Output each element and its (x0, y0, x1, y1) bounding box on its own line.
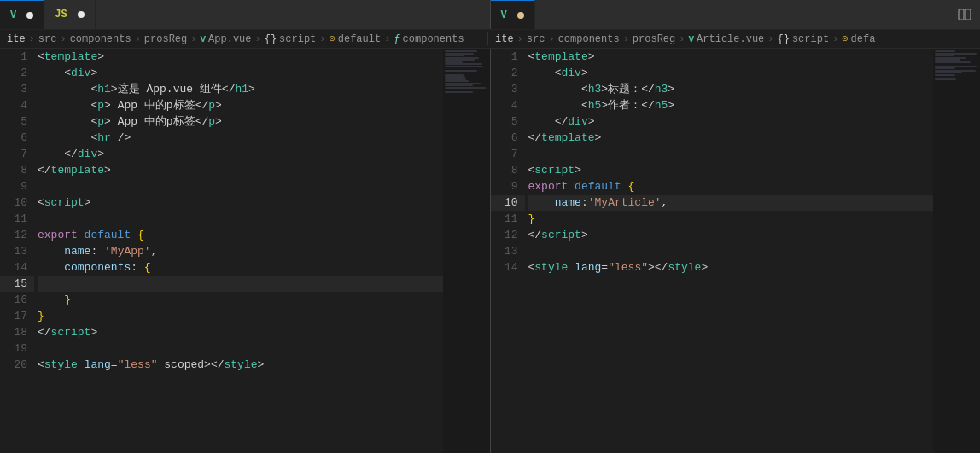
code-line[interactable]: name: 'MyApp', (38, 243, 443, 259)
bc-sep: › (29, 33, 35, 45)
code-line[interactable]: } (528, 211, 934, 227)
bc-sep: › (767, 33, 773, 45)
bc-sep: › (60, 33, 66, 45)
code-line[interactable]: export default { (38, 227, 443, 243)
code-line[interactable]: } (38, 308, 443, 324)
tab-more-button[interactable] (96, 0, 113, 29)
bc-func-icon: ƒ (394, 33, 400, 45)
code-line[interactable]: <h1>这是 App.vue 组件</h1> (38, 81, 443, 97)
tab-main-js[interactable]: JS (44, 0, 95, 29)
vue-icon: V (501, 9, 507, 21)
code-line[interactable] (528, 146, 934, 162)
code-line[interactable]: <script> (528, 162, 934, 178)
bc-script: script (279, 33, 316, 45)
right-code-content[interactable]: <template> <div> <h3>标题：</h3> <h5>作者：</h… (525, 49, 934, 453)
bc-components: components (70, 33, 131, 45)
bc-sep: › (255, 33, 261, 45)
tab-close-dot (26, 12, 33, 19)
bc-sep: › (135, 33, 141, 45)
right-breadcrumb: ite › src › components › prosReg › V Art… (487, 32, 973, 45)
tab-modified-dot (517, 12, 524, 19)
bc-obj-icon-r: ⊙ (842, 32, 848, 45)
right-editor-pane: 1234567891011121314 <template> <div> <h3… (491, 49, 981, 453)
bc-prosreg-r: prosReg (633, 33, 675, 45)
code-line[interactable]: <hr /> (38, 130, 443, 146)
bc-sep: › (832, 33, 838, 45)
code-line[interactable]: </template> (38, 162, 443, 178)
bc-defa: defa (851, 33, 876, 45)
bc-articlevue: Article.vue (697, 33, 764, 45)
bc-script-r: script (792, 33, 829, 45)
code-line[interactable]: components: { (38, 259, 443, 276)
bc-obj-icon: ⊙ (330, 32, 335, 45)
code-line[interactable] (528, 243, 934, 259)
bc-components-r: components (558, 33, 620, 45)
bc-sep: › (623, 33, 629, 45)
bc-ite: ite (7, 33, 26, 45)
code-line[interactable] (38, 211, 443, 227)
vue-icon: V (10, 9, 16, 21)
code-line[interactable]: <h5>作者：</h5> (528, 97, 934, 113)
split-editor-icon (958, 8, 971, 21)
code-line[interactable]: </div> (528, 113, 934, 130)
left-minimap (443, 49, 490, 453)
code-line[interactable]: <script> (38, 195, 443, 211)
code-line[interactable]: </template> (528, 130, 934, 146)
bc-components-label: components (403, 33, 464, 45)
left-tab-group: V JS (0, 0, 490, 29)
left-editor-scroll[interactable]: 1234567891011121314151617181920 <templat… (0, 49, 490, 453)
tab-app-vue[interactable]: V (0, 0, 44, 29)
bc-prosreg: prosReg (144, 33, 187, 45)
bc-sep: › (384, 33, 390, 45)
split-editor-button[interactable] (949, 0, 980, 29)
bc-sep: › (517, 33, 523, 45)
code-line[interactable]: export default { (528, 178, 934, 195)
bc-bracket-r: {} (778, 33, 790, 45)
bc-src-r: src (527, 33, 545, 45)
code-line[interactable]: <style lang="less" scoped></style> (38, 357, 443, 373)
code-line[interactable]: <p> App 中的p标签</p> (38, 113, 443, 130)
vscode-window: V JS V (0, 0, 980, 453)
code-line[interactable]: <div> (38, 65, 443, 81)
editor-area: 1234567891011121314151617181920 <templat… (0, 49, 980, 453)
code-line[interactable]: </script> (38, 324, 443, 340)
bc-sep: › (679, 33, 685, 45)
code-line[interactable] (38, 276, 443, 292)
bc-bracket: {} (265, 33, 277, 45)
left-line-numbers: 1234567891011121314151617181920 (0, 49, 34, 453)
code-line[interactable]: <template> (528, 49, 934, 65)
svg-rect-1 (965, 9, 971, 20)
bc-default: default (338, 33, 381, 45)
tab-bar: V JS V (0, 0, 980, 30)
tab-article-vue[interactable]: V (491, 0, 535, 29)
bc-sep: › (190, 33, 196, 45)
code-line[interactable]: <h3>标题：</h3> (528, 81, 934, 97)
bc-vue-icon: V (200, 34, 206, 44)
right-tab-group: V (490, 0, 981, 29)
code-line[interactable]: name:'MyArticle', (528, 195, 934, 211)
left-breadcrumb: ite › src › components › prosReg › V App… (7, 32, 485, 45)
code-line[interactable]: <p> App 中的p标签</p> (38, 97, 443, 113)
code-line[interactable]: </script> (528, 227, 934, 243)
bc-sep: › (548, 33, 554, 45)
code-line[interactable]: <template> (38, 49, 443, 65)
svg-rect-0 (959, 9, 964, 20)
right-line-numbers: 1234567891011121314 (491, 49, 525, 453)
code-line[interactable]: } (38, 292, 443, 308)
tab-close-dot (78, 11, 85, 18)
code-line[interactable]: </div> (38, 146, 443, 162)
js-icon: JS (55, 9, 67, 20)
right-editor-scroll[interactable]: 1234567891011121314 <template> <div> <h3… (491, 49, 981, 453)
bc-ite-r: ite (495, 33, 514, 45)
code-line[interactable] (38, 340, 443, 357)
code-line[interactable] (38, 178, 443, 195)
bc-vue-icon-r: V (688, 34, 694, 44)
right-minimap (933, 49, 980, 453)
bc-sep: › (319, 33, 325, 45)
left-editor-pane: 1234567891011121314151617181920 <templat… (0, 49, 491, 453)
bc-src: src (38, 33, 57, 45)
code-line[interactable]: <style lang="less"></style> (528, 259, 934, 276)
bc-appvue: App.vue (208, 33, 251, 45)
left-code-content[interactable]: <template> <div> <h1>这是 App.vue 组件</h1> … (34, 49, 443, 453)
code-line[interactable]: <div> (528, 65, 934, 81)
